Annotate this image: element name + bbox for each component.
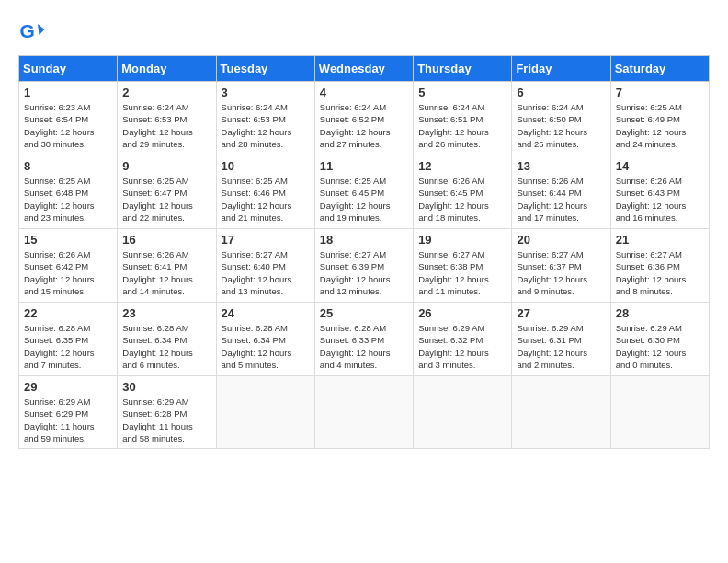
weekday-header-friday: Friday — [512, 56, 610, 82]
calendar-day: 17Sunrise: 6:27 AM Sunset: 6:40 PM Dayli… — [216, 229, 314, 303]
day-number: 18 — [320, 233, 408, 247]
day-number: 22 — [24, 306, 112, 320]
calendar-day: 21Sunrise: 6:27 AM Sunset: 6:36 PM Dayli… — [610, 229, 709, 303]
day-number: 5 — [418, 86, 506, 99]
calendar-day: 22Sunrise: 6:28 AM Sunset: 6:35 PM Dayli… — [19, 303, 118, 376]
calendar-day: 13Sunrise: 6:26 AM Sunset: 6:44 PM Dayli… — [512, 155, 610, 229]
weekday-header-thursday: Thursday — [414, 56, 512, 82]
calendar-day: 27Sunrise: 6:29 AM Sunset: 6:31 PM Dayli… — [512, 303, 610, 376]
day-info: Sunrise: 6:29 AM Sunset: 6:30 PM Dayligh… — [616, 322, 704, 371]
weekday-header-tuesday: Tuesday — [216, 56, 314, 82]
calendar-day: 7Sunrise: 6:25 AM Sunset: 6:49 PM Daylig… — [610, 82, 709, 155]
calendar-day — [610, 376, 709, 449]
day-info: Sunrise: 6:29 AM Sunset: 6:32 PM Dayligh… — [418, 322, 506, 371]
day-number: 28 — [616, 306, 704, 320]
calendar-day: 18Sunrise: 6:27 AM Sunset: 6:39 PM Dayli… — [314, 229, 413, 303]
day-info: Sunrise: 6:27 AM Sunset: 6:39 PM Dayligh… — [320, 248, 408, 297]
calendar-week-row: 1Sunrise: 6:23 AM Sunset: 6:54 PM Daylig… — [19, 82, 710, 155]
calendar-day: 6Sunrise: 6:24 AM Sunset: 6:50 PM Daylig… — [512, 82, 610, 155]
calendar-day: 12Sunrise: 6:26 AM Sunset: 6:45 PM Dayli… — [414, 155, 512, 229]
calendar-day: 3Sunrise: 6:24 AM Sunset: 6:53 PM Daylig… — [216, 82, 314, 155]
weekday-header-sunday: Sunday — [19, 56, 118, 82]
day-info: Sunrise: 6:24 AM Sunset: 6:52 PM Dayligh… — [320, 101, 408, 150]
day-number: 26 — [418, 306, 506, 320]
calendar-day: 26Sunrise: 6:29 AM Sunset: 6:32 PM Dayli… — [414, 303, 512, 376]
svg-text:G: G — [20, 20, 35, 41]
day-info: Sunrise: 6:29 AM Sunset: 6:29 PM Dayligh… — [24, 396, 112, 444]
calendar-day — [314, 376, 413, 449]
day-number: 8 — [24, 159, 112, 173]
day-number: 9 — [122, 159, 210, 173]
day-number: 20 — [517, 233, 605, 247]
calendar-day: 10Sunrise: 6:25 AM Sunset: 6:46 PM Dayli… — [216, 155, 314, 229]
day-info: Sunrise: 6:27 AM Sunset: 6:40 PM Dayligh… — [222, 248, 310, 297]
day-info: Sunrise: 6:24 AM Sunset: 6:53 PM Dayligh… — [222, 101, 310, 150]
calendar-day: 28Sunrise: 6:29 AM Sunset: 6:30 PM Dayli… — [610, 303, 709, 376]
calendar-day: 11Sunrise: 6:25 AM Sunset: 6:45 PM Dayli… — [314, 155, 413, 229]
day-number: 19 — [418, 233, 506, 247]
day-number: 1 — [24, 86, 112, 99]
day-info: Sunrise: 6:25 AM Sunset: 6:45 PM Dayligh… — [320, 175, 408, 224]
day-info: Sunrise: 6:23 AM Sunset: 6:54 PM Dayligh… — [24, 101, 112, 150]
day-number: 13 — [517, 159, 605, 173]
day-info: Sunrise: 6:26 AM Sunset: 6:43 PM Dayligh… — [616, 175, 704, 224]
calendar-day: 9Sunrise: 6:25 AM Sunset: 6:47 PM Daylig… — [118, 155, 216, 229]
day-info: Sunrise: 6:25 AM Sunset: 6:48 PM Dayligh… — [24, 175, 112, 224]
calendar-day: 23Sunrise: 6:28 AM Sunset: 6:34 PM Dayli… — [118, 303, 216, 376]
calendar-day: 4Sunrise: 6:24 AM Sunset: 6:52 PM Daylig… — [314, 82, 413, 155]
day-number: 25 — [320, 306, 408, 320]
day-number: 7 — [616, 86, 704, 99]
calendar-day: 14Sunrise: 6:26 AM Sunset: 6:43 PM Dayli… — [610, 155, 709, 229]
day-number: 30 — [122, 380, 210, 394]
svg-marker-1 — [38, 24, 45, 35]
weekday-header-wednesday: Wednesday — [314, 56, 413, 82]
day-number: 6 — [517, 86, 605, 99]
day-info: Sunrise: 6:25 AM Sunset: 6:47 PM Dayligh… — [122, 175, 210, 224]
day-info: Sunrise: 6:28 AM Sunset: 6:34 PM Dayligh… — [122, 322, 210, 371]
day-number: 16 — [122, 233, 210, 247]
day-info: Sunrise: 6:24 AM Sunset: 6:53 PM Dayligh… — [122, 101, 210, 150]
calendar-week-row: 29Sunrise: 6:29 AM Sunset: 6:29 PM Dayli… — [19, 376, 710, 449]
calendar-day: 25Sunrise: 6:28 AM Sunset: 6:33 PM Dayli… — [314, 303, 413, 376]
calendar-day: 8Sunrise: 6:25 AM Sunset: 6:48 PM Daylig… — [19, 155, 118, 229]
day-info: Sunrise: 6:28 AM Sunset: 6:34 PM Dayligh… — [222, 322, 310, 371]
day-number: 11 — [320, 159, 408, 173]
calendar-day — [512, 376, 610, 449]
day-number: 27 — [517, 306, 605, 320]
day-info: Sunrise: 6:24 AM Sunset: 6:51 PM Dayligh… — [418, 101, 506, 150]
day-info: Sunrise: 6:26 AM Sunset: 6:42 PM Dayligh… — [24, 248, 112, 297]
calendar-day: 20Sunrise: 6:27 AM Sunset: 6:37 PM Dayli… — [512, 229, 610, 303]
calendar-day — [414, 376, 512, 449]
day-number: 12 — [418, 159, 506, 173]
day-number: 15 — [24, 233, 112, 247]
weekday-header-row: SundayMondayTuesdayWednesdayThursdayFrid… — [19, 56, 710, 82]
calendar-day: 1Sunrise: 6:23 AM Sunset: 6:54 PM Daylig… — [19, 82, 118, 155]
day-info: Sunrise: 6:25 AM Sunset: 6:49 PM Dayligh… — [616, 101, 704, 150]
day-number: 10 — [222, 159, 310, 173]
calendar-day: 30Sunrise: 6:29 AM Sunset: 6:28 PM Dayli… — [118, 376, 216, 449]
day-info: Sunrise: 6:29 AM Sunset: 6:31 PM Dayligh… — [517, 322, 605, 371]
calendar-day: 2Sunrise: 6:24 AM Sunset: 6:53 PM Daylig… — [118, 82, 216, 155]
day-number: 2 — [122, 86, 210, 99]
calendar-day: 29Sunrise: 6:29 AM Sunset: 6:29 PM Dayli… — [19, 376, 118, 449]
day-number: 4 — [320, 86, 408, 99]
calendar-day: 19Sunrise: 6:27 AM Sunset: 6:38 PM Dayli… — [414, 229, 512, 303]
calendar-day: 5Sunrise: 6:24 AM Sunset: 6:51 PM Daylig… — [414, 82, 512, 155]
day-info: Sunrise: 6:26 AM Sunset: 6:44 PM Dayligh… — [517, 175, 605, 224]
day-number: 3 — [222, 86, 310, 99]
calendar-day: 16Sunrise: 6:26 AM Sunset: 6:41 PM Dayli… — [118, 229, 216, 303]
calendar-week-row: 15Sunrise: 6:26 AM Sunset: 6:42 PM Dayli… — [19, 229, 710, 303]
day-number: 21 — [616, 233, 704, 247]
day-info: Sunrise: 6:28 AM Sunset: 6:33 PM Dayligh… — [320, 322, 408, 371]
day-number: 14 — [616, 159, 704, 173]
weekday-header-saturday: Saturday — [610, 56, 709, 82]
day-info: Sunrise: 6:25 AM Sunset: 6:46 PM Dayligh… — [222, 175, 310, 224]
day-info: Sunrise: 6:29 AM Sunset: 6:28 PM Dayligh… — [122, 396, 210, 444]
day-info: Sunrise: 6:27 AM Sunset: 6:38 PM Dayligh… — [418, 248, 506, 297]
logo: G — [18, 18, 50, 46]
calendar-day: 24Sunrise: 6:28 AM Sunset: 6:34 PM Dayli… — [216, 303, 314, 376]
day-number: 24 — [222, 306, 310, 320]
logo-icon: G — [18, 18, 46, 46]
calendar-day: 15Sunrise: 6:26 AM Sunset: 6:42 PM Dayli… — [19, 229, 118, 303]
calendar-week-row: 8Sunrise: 6:25 AM Sunset: 6:48 PM Daylig… — [19, 155, 710, 229]
